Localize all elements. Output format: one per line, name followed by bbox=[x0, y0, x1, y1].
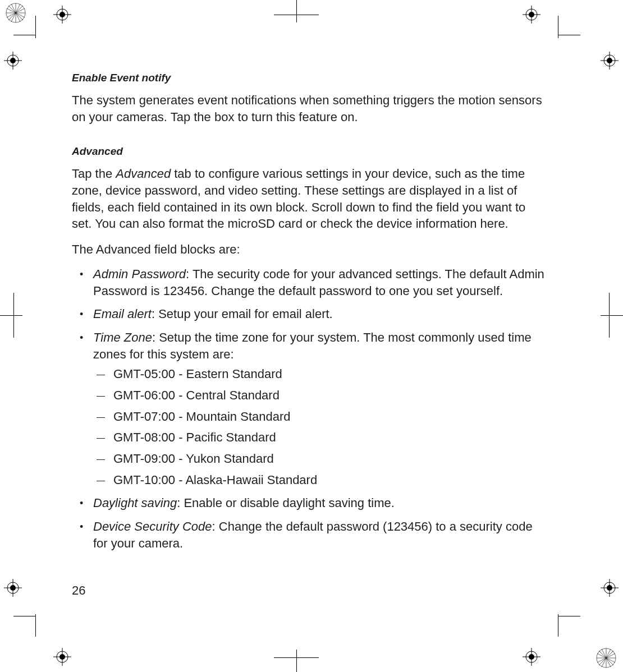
advanced-list: Admin Password: The security code for yo… bbox=[72, 266, 548, 552]
list-item: Email alert: Setup your email for email … bbox=[72, 306, 548, 323]
crop-mark bbox=[35, 614, 36, 637]
list-item: GMT-09:00 - Yukon Standard bbox=[93, 450, 548, 467]
svg-point-14 bbox=[529, 12, 534, 17]
registration-mark-icon bbox=[4, 52, 22, 70]
term-time-zone: Time Zone bbox=[93, 330, 152, 344]
paragraph-advanced-intro: Tap the Advanced tab to configure variou… bbox=[72, 165, 548, 232]
svg-point-37 bbox=[526, 651, 537, 662]
crop-mark bbox=[296, 650, 297, 672]
term-admin-password: Admin Password bbox=[93, 267, 186, 281]
list-item: Time Zone: Setup the time zone for your … bbox=[72, 329, 548, 489]
svg-point-29 bbox=[604, 582, 615, 593]
svg-point-38 bbox=[529, 654, 534, 660]
term-advanced: Advanced bbox=[116, 167, 171, 181]
crop-mark bbox=[558, 616, 580, 616]
crop-mark bbox=[13, 35, 36, 35]
term-email-alert: Email alert bbox=[93, 307, 152, 321]
crop-mark bbox=[558, 614, 558, 637]
text-run: : Enable or disable daylight saving time… bbox=[177, 496, 395, 510]
crop-mark bbox=[296, 0, 297, 22]
list-item: GMT-05:00 - Eastern Standard bbox=[93, 366, 548, 383]
svg-point-34 bbox=[59, 654, 65, 660]
svg-point-13 bbox=[526, 9, 537, 20]
heading-advanced: Advanced bbox=[72, 145, 548, 158]
text-run: : Setup your email for email alert. bbox=[152, 307, 333, 321]
list-item: GMT-10:00 - Alaska-Hawaii Standard bbox=[93, 472, 548, 489]
term-device-security-code: Device Security Code bbox=[93, 519, 212, 533]
registration-mark-icon bbox=[523, 648, 540, 666]
svg-point-10 bbox=[59, 12, 65, 17]
list-item: GMT-07:00 - Mountain Standard bbox=[93, 408, 548, 425]
term-daylight-saving: Daylight saving bbox=[93, 496, 177, 510]
registration-mark-icon bbox=[53, 648, 71, 666]
page-content: Enable Event notify The system generates… bbox=[72, 72, 548, 558]
text-run: Tap the bbox=[72, 167, 116, 181]
svg-point-30 bbox=[607, 585, 612, 591]
crop-mark bbox=[609, 293, 610, 338]
fan-pattern-icon bbox=[596, 648, 616, 668]
svg-point-33 bbox=[57, 651, 68, 662]
fan-pattern-icon bbox=[6, 3, 26, 23]
crop-mark bbox=[13, 616, 36, 616]
registration-mark-icon bbox=[601, 52, 619, 70]
registration-mark-icon bbox=[601, 579, 619, 597]
crop-mark bbox=[13, 293, 14, 338]
registration-mark-icon bbox=[4, 579, 22, 597]
svg-point-26 bbox=[10, 585, 16, 591]
time-zone-sublist: GMT-05:00 - Eastern Standard GMT-06:00 -… bbox=[93, 366, 548, 488]
text-run: : Setup the time zone for your system. T… bbox=[93, 330, 532, 361]
list-item: GMT-08:00 - Pacific Standard bbox=[93, 429, 548, 446]
crop-mark bbox=[274, 15, 319, 15]
crop-mark bbox=[0, 315, 22, 316]
svg-point-22 bbox=[607, 58, 612, 63]
crop-mark bbox=[558, 35, 580, 35]
paragraph-advanced-lead: The Advanced field blocks are: bbox=[72, 241, 548, 258]
svg-point-9 bbox=[57, 9, 68, 20]
list-item: Device Security Code: Change the default… bbox=[72, 518, 548, 551]
registration-mark-icon bbox=[523, 6, 540, 24]
svg-point-21 bbox=[604, 55, 615, 66]
list-item: Admin Password: The security code for yo… bbox=[72, 266, 548, 299]
svg-point-25 bbox=[7, 582, 19, 593]
page-number: 26 bbox=[72, 583, 85, 598]
crop-mark bbox=[601, 315, 623, 316]
paragraph-enable-event: The system generates event notifications… bbox=[72, 92, 548, 125]
list-item: GMT-06:00 - Central Standard bbox=[93, 387, 548, 404]
registration-mark-icon bbox=[53, 6, 71, 24]
svg-point-18 bbox=[10, 58, 16, 63]
svg-point-17 bbox=[7, 55, 19, 66]
heading-enable-event-notify: Enable Event notify bbox=[72, 72, 548, 84]
crop-mark bbox=[274, 657, 319, 658]
list-item: Daylight saving: Enable or disable dayli… bbox=[72, 495, 548, 512]
